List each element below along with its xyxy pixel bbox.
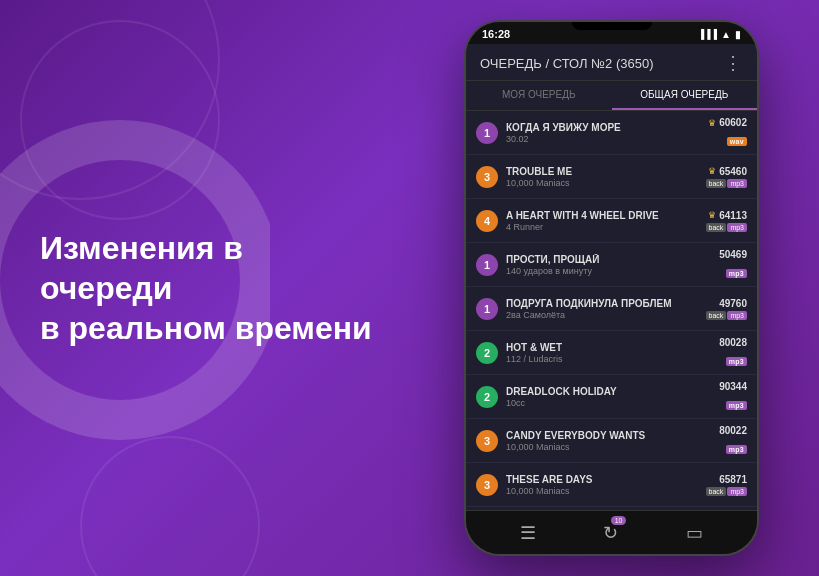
song-title: THESE ARE DAYS [506, 474, 706, 485]
format-badge: mp3 [726, 445, 747, 454]
tab-bar: МОЯ ОЧЕРЕДЬ ОБЩАЯ ОЧЕРЕДЬ [466, 81, 757, 111]
song-number-badge: 1 [476, 122, 498, 144]
mp3-badge: mp3 [727, 311, 747, 320]
song-number-badge: 3 [476, 474, 498, 496]
song-item[interactable]: 3 TROUBLE ME 10,000 Maniacs ♛ 65460 back… [466, 155, 757, 199]
phone-mockup: 16:28 ▐▐▐ ▲ ▮ ОЧЕРЕДЬ / СТОЛ №2 (3650) ⋮… [464, 20, 759, 556]
song-meta: 80022 mp3 [719, 425, 747, 456]
song-title: HOT & WET [506, 342, 719, 353]
song-code: 50469 [719, 249, 747, 260]
song-item[interactable]: 1 КОГДА Я УВИЖУ МОРЕ 30.02 ♛ 60602 wav [466, 111, 757, 155]
song-info: CANDY EVERYBODY WANTS 10,000 Maniacs [506, 430, 719, 452]
song-info: DREADLOCK HOLIDAY 10cc [506, 386, 719, 408]
back-badge: back [706, 311, 727, 320]
song-info: ПРОСТИ, ПРОЩАЙ 140 ударов в минуту [506, 254, 719, 276]
song-number-badge: 3 [476, 166, 498, 188]
song-number-badge: 1 [476, 298, 498, 320]
song-meta: 90344 mp3 [719, 381, 747, 412]
song-code: 65460 [719, 166, 747, 177]
bottom-nav: ☰ ↻ 10 ▭ [466, 510, 757, 554]
song-artist: 10,000 Maniacs [506, 178, 706, 188]
history-badge: 10 [611, 516, 627, 525]
song-item[interactable]: 2 DREADLOCK HOLIDAY 10cc 90344 mp3 [466, 375, 757, 419]
mp3-badge: mp3 [727, 487, 747, 496]
song-number-badge: 4 [476, 210, 498, 232]
song-artist: 10,000 Maniacs [506, 442, 719, 452]
song-item[interactable]: 4 A HEART WITH 4 WHEEL DRIVE 4 Runner ♛ … [466, 199, 757, 243]
screen-nav-button[interactable]: ▭ [686, 522, 703, 544]
song-title: A HEART WITH 4 WHEEL DRIVE [506, 210, 706, 221]
signal-icon: ▐▐▐ [698, 29, 717, 39]
song-number-badge: 1 [476, 254, 498, 276]
song-info: TROUBLE ME 10,000 Maniacs [506, 166, 706, 188]
app-header: ОЧЕРЕДЬ / СТОЛ №2 (3650) ⋮ [466, 44, 757, 81]
song-meta: 49760 back mp3 [706, 298, 747, 320]
song-number-badge: 3 [476, 430, 498, 452]
song-artist: 10cc [506, 398, 719, 408]
song-number-badge: 2 [476, 342, 498, 364]
history-nav-button[interactable]: ↻ 10 [603, 522, 618, 544]
song-item[interactable]: 1 ПРОСТИ, ПРОЩАЙ 140 ударов в минуту 504… [466, 243, 757, 287]
hero-line2: в реальном времени [40, 310, 372, 346]
app-title: ОЧЕРЕДЬ / СТОЛ №2 (3650) [480, 56, 653, 71]
song-info: ПОДРУГА ПОДКИНУЛА ПРОБЛЕМ 2ва Самолёта [506, 298, 706, 320]
hero-line1: Изменения в очереди [40, 230, 243, 306]
tab-my-queue[interactable]: МОЯ ОЧЕРЕДЬ [466, 81, 612, 110]
phone-notch [572, 22, 652, 30]
phone-screen: 16:28 ▐▐▐ ▲ ▮ ОЧЕРЕДЬ / СТОЛ №2 (3650) ⋮… [464, 20, 759, 556]
song-artist: 140 ударов в минуту [506, 266, 719, 276]
song-title: DREADLOCK HOLIDAY [506, 386, 719, 397]
back-badge: back [706, 223, 727, 232]
song-code: 64113 [719, 210, 747, 221]
queue-nav-button[interactable]: ☰ [520, 522, 536, 544]
song-artist: 30.02 [506, 134, 708, 144]
song-info: КОГДА Я УВИЖУ МОРЕ 30.02 [506, 122, 708, 144]
song-artist: 112 / Ludacris [506, 354, 719, 364]
hero-text: Изменения в очереди в реальном времени [40, 228, 380, 348]
song-info: THESE ARE DAYS 10,000 Maniacs [506, 474, 706, 496]
song-number-badge: 2 [476, 386, 498, 408]
song-meta: ♛ 60602 wav [708, 117, 747, 148]
song-item[interactable]: 3 THESE ARE DAYS 10,000 Maniacs 65871 ba… [466, 463, 757, 507]
song-info: A HEART WITH 4 WHEEL DRIVE 4 Runner [506, 210, 706, 232]
crown-icon: ♛ [708, 118, 716, 128]
crown-icon: ♛ [708, 166, 716, 176]
back-badge: back [706, 487, 727, 496]
song-meta: ♛ 65460 back mp3 [706, 166, 747, 188]
mp3-badge: mp3 [727, 223, 747, 232]
menu-button[interactable]: ⋮ [724, 52, 743, 74]
song-title: CANDY EVERYBODY WANTS [506, 430, 719, 441]
song-meta: 65871 back mp3 [706, 474, 747, 496]
crown-icon: ♛ [708, 210, 716, 220]
song-artist: 2ва Самолёта [506, 310, 706, 320]
format-badge: mp3 [726, 357, 747, 366]
song-title: КОГДА Я УВИЖУ МОРЕ [506, 122, 708, 133]
song-code: 90344 [719, 381, 747, 392]
song-title: ПРОСТИ, ПРОЩАЙ [506, 254, 719, 265]
format-badge: mp3 [726, 401, 747, 410]
song-artist: 10,000 Maniacs [506, 486, 706, 496]
format-badge: wav [727, 137, 747, 146]
song-code: 65871 [719, 474, 747, 485]
battery-icon: ▮ [735, 29, 741, 40]
back-badge: back [706, 179, 727, 188]
wifi-icon: ▲ [721, 29, 731, 40]
song-title: ПОДРУГА ПОДКИНУЛА ПРОБЛЕМ [506, 298, 706, 309]
song-item[interactable]: 3 CANDY EVERYBODY WANTS 10,000 Maniacs 8… [466, 419, 757, 463]
song-code: 49760 [719, 298, 747, 309]
song-meta: ♛ 64113 back mp3 [706, 210, 747, 232]
song-title: TROUBLE ME [506, 166, 706, 177]
song-code: 60602 [719, 117, 747, 128]
song-item[interactable]: 1 ПОДРУГА ПОДКИНУЛА ПРОБЛЕМ 2ва Самолёта… [466, 287, 757, 331]
song-list: 1 КОГДА Я УВИЖУ МОРЕ 30.02 ♛ 60602 wav [466, 111, 757, 523]
song-code: 80028 [719, 337, 747, 348]
mp3-badge: mp3 [727, 179, 747, 188]
song-info: HOT & WET 112 / Ludacris [506, 342, 719, 364]
tab-general-queue[interactable]: ОБЩАЯ ОЧЕРЕДЬ [612, 81, 758, 110]
song-code: 80022 [719, 425, 747, 436]
status-time: 16:28 [482, 28, 510, 40]
song-item[interactable]: 2 HOT & WET 112 / Ludacris 80028 mp3 [466, 331, 757, 375]
format-badge: mp3 [726, 269, 747, 278]
song-artist: 4 Runner [506, 222, 706, 232]
song-meta: 80028 mp3 [719, 337, 747, 368]
